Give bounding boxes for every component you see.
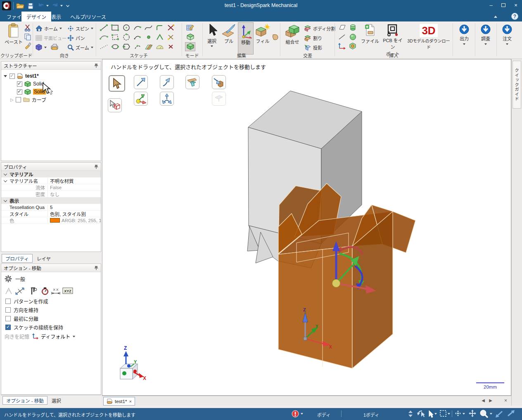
checkbox[interactable]: [5, 316, 11, 321]
sketch-point-curve-icon[interactable]: [99, 33, 109, 41]
selection-box-icon[interactable]: [439, 410, 447, 417]
project-button[interactable]: 投影: [304, 43, 322, 52]
paste-button[interactable]: ペースト: [4, 23, 23, 45]
option-caliper-icon[interactable]: [30, 287, 39, 295]
prop-section-material[interactable]: マテリアル: [1, 171, 101, 178]
tree-root-label[interactable]: test1*: [25, 73, 39, 79]
move-tool-button[interactable]: 移動: [238, 22, 254, 55]
insert-plane-icon[interactable]: [338, 24, 346, 31]
prop-row-density[interactable]: 密度 なし: [1, 191, 101, 197]
insert-line-icon[interactable]: [338, 34, 346, 40]
solid2-checkbox[interactable]: [17, 89, 22, 95]
check-keep-sketch-connection[interactable]: スケッチの接続を保持: [5, 324, 63, 331]
home-view-button[interactable]: ホーム: [36, 24, 62, 33]
split-body-button[interactable]: ボディ分割: [304, 24, 335, 33]
fill-tool-button[interactable]: フィル: [254, 24, 271, 44]
cut-icon[interactable]: [24, 24, 31, 31]
download-3d-model-button[interactable]: 3D 3Dモデルのダウンロード: [406, 24, 451, 50]
options-general-section[interactable]: 一般: [5, 275, 25, 282]
sketch-ellipse-icon[interactable]: [121, 33, 131, 41]
spinner-icon[interactable]: [408, 410, 413, 418]
toolguide-move-direction-button[interactable]: [134, 75, 148, 89]
sketch-small-ellipse-icon[interactable]: [110, 43, 120, 51]
sketch-rectangle-icon[interactable]: [110, 24, 120, 32]
insert-shell-icon[interactable]: [349, 43, 356, 50]
sketch-line-icon[interactable]: [99, 24, 109, 32]
blend-tool-icon[interactable]: [271, 33, 280, 41]
combine-button[interactable]: 組合せ: [282, 24, 302, 45]
sketch-construction-line-icon[interactable]: [99, 43, 109, 51]
tab-scroll-right-icon[interactable]: ▶: [489, 398, 492, 403]
select-dropdown-icon[interactable]: [434, 413, 437, 415]
sketch-point-icon[interactable]: [144, 33, 153, 41]
tab-close-all-icon[interactable]: ×: [504, 398, 507, 403]
format-painter-icon[interactable]: [24, 42, 31, 50]
solid1-checkbox[interactable]: [17, 81, 22, 87]
option-move-grid-icon[interactable]: [15, 287, 24, 295]
inspect-button[interactable]: 調査: [477, 24, 495, 45]
sketch-delete-icon[interactable]: [166, 43, 176, 51]
tree-curves-label[interactable]: カーブ: [32, 96, 46, 103]
select-tool-button[interactable]: 選択: [204, 23, 220, 47]
insert-cylinder-icon[interactable]: [349, 24, 356, 31]
pin-icon[interactable]: [94, 266, 98, 271]
sketch-spline-icon[interactable]: [144, 24, 153, 32]
viewport[interactable]: Z Y X: [102, 59, 511, 396]
document-tab-label[interactable]: test1*: [115, 399, 127, 404]
curves-checkbox[interactable]: [16, 97, 21, 102]
checkbox-checked[interactable]: [5, 325, 11, 330]
model-scene[interactable]: Z Y X: [102, 59, 511, 396]
sketch-circle-icon[interactable]: [121, 24, 131, 32]
prop-section-display[interactable]: 表示: [1, 197, 101, 204]
help-icon[interactable]: ?: [511, 13, 518, 20]
sketch-arc-point-icon[interactable]: [133, 43, 142, 51]
checkbox[interactable]: [5, 307, 11, 313]
tab-view[interactable]: 表示: [46, 12, 66, 21]
sketch-split-icon[interactable]: [166, 33, 176, 41]
select-cursor-icon[interactable]: [428, 410, 434, 418]
prop-row-tessellation[interactable]: Tessellation Qua 5: [1, 204, 101, 211]
status-pan-icon[interactable]: [469, 410, 476, 417]
sketch-mode-button[interactable]: [185, 23, 195, 32]
sketch-trim-icon[interactable]: [166, 24, 176, 32]
option-gauge-icon[interactable]: [41, 287, 49, 295]
option-dimension-icon[interactable]: X X: [51, 287, 61, 295]
tab-properties[interactable]: プロパティ: [2, 254, 33, 263]
check-detach-first[interactable]: 最初に分離: [5, 315, 38, 322]
check-create-pattern[interactable]: パターンを作成: [5, 298, 48, 305]
status-spin-icon[interactable]: [454, 410, 462, 417]
view-cube-button[interactable]: [36, 43, 47, 52]
tab-select[interactable]: 選択: [48, 396, 64, 405]
sketch-sweep-arc-icon[interactable]: [133, 33, 142, 41]
tab-scroll-left-icon[interactable]: ◀: [482, 398, 485, 403]
option-fillet-icon[interactable]: [5, 287, 13, 295]
insert-axis-icon[interactable]: [338, 43, 346, 50]
collapse-ribbon-icon[interactable]: [494, 16, 497, 18]
section-mode-button[interactable]: [185, 33, 195, 42]
sketch-polygon-icon[interactable]: [110, 33, 120, 41]
error-icon[interactable]: [292, 410, 299, 418]
pin-icon[interactable]: [94, 63, 98, 68]
order-button[interactable]: 注文: [498, 24, 516, 45]
tab-options-move[interactable]: オプション - 移動: [2, 396, 47, 405]
sketch-arc-icon[interactable]: [133, 24, 142, 32]
remember-orientation-row[interactable]: 向きを記憶 ディフォルト: [5, 333, 75, 340]
split-button[interactable]: 割り: [304, 33, 322, 42]
output-button[interactable]: 出力: [455, 24, 473, 45]
color-swatch[interactable]: [50, 218, 60, 223]
root-checkbox[interactable]: [9, 74, 15, 79]
plan-view-button[interactable]: 平面ビュー: [36, 33, 66, 42]
toolguide-move-to-button[interactable]: [212, 75, 226, 89]
sketch-protractor-icon[interactable]: [155, 43, 164, 51]
copy-icon[interactable]: [24, 33, 31, 40]
pull-tool-button[interactable]: プル: [221, 24, 237, 44]
status-spin-dropdown-icon[interactable]: [463, 413, 465, 415]
orientation-dropdown-icon[interactable]: [73, 336, 75, 337]
tab-layers[interactable]: レイヤ: [33, 254, 54, 263]
tree-row-root[interactable]: test1*: [4, 72, 101, 80]
sketch-corner-icon[interactable]: [155, 33, 164, 41]
pin-icon[interactable]: [94, 164, 98, 169]
view-triad[interactable]: Z Y X: [120, 345, 146, 381]
prop-row-color[interactable]: 色 ARGB: 255, 255, 128: [1, 217, 101, 224]
expander-icon[interactable]: [4, 75, 7, 77]
